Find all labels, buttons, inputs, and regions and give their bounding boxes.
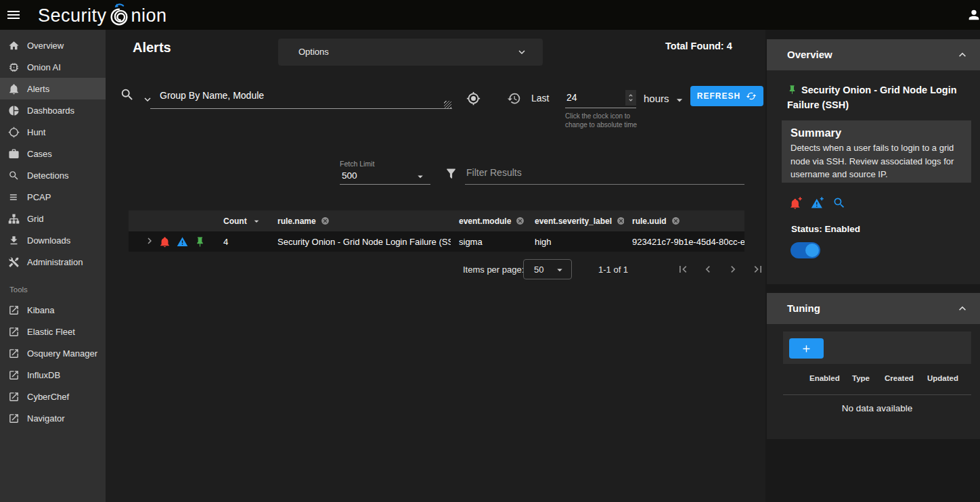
items-per-page-select[interactable]: 50 (523, 259, 572, 279)
expand-row-icon[interactable] (143, 235, 152, 247)
time-amount-field[interactable]: 24 (565, 88, 636, 108)
column-header-rule-uuid[interactable]: rule.uuid (624, 216, 744, 226)
external-link-icon (8, 391, 20, 403)
sidebar-item-hunt[interactable]: Hunt (0, 121, 106, 143)
rule-action-buttons (789, 196, 846, 210)
overview-card-header[interactable]: Overview (767, 39, 980, 70)
warning-triangle-icon[interactable] (177, 236, 188, 248)
time-history-icon[interactable] (507, 91, 521, 106)
rule-title: Security Onion - Grid Node Login Failure… (787, 83, 964, 112)
sidebar-item-cyberchef[interactable]: CyberChef (0, 386, 106, 407)
last-page-icon[interactable] (751, 263, 765, 276)
remove-column-icon[interactable] (617, 216, 624, 225)
query-input[interactable] (150, 87, 452, 109)
download-icon (8, 235, 20, 246)
plus-icon (801, 343, 812, 355)
logo-text-part1: Security (38, 5, 107, 26)
sidebar-item-elastic-fleet[interactable]: Elastic Fleet (0, 321, 106, 342)
chevron-up-icon[interactable] (956, 302, 969, 315)
sidebar-item-detections[interactable]: Detections (0, 164, 106, 186)
menu-icon[interactable] (5, 7, 22, 23)
hunt-search-icon[interactable] (832, 196, 846, 210)
table-header-row: Count rule.name event.module event.sever… (129, 210, 744, 231)
cell-count: 4 (215, 237, 269, 247)
external-link-icon (8, 348, 20, 359)
column-header-severity[interactable]: event.severity_label (527, 216, 624, 226)
add-alert-bell-icon[interactable] (789, 196, 803, 210)
sidebar-item-grid[interactable]: Grid (0, 208, 106, 229)
time-amount-value: 24 (566, 92, 577, 103)
sidebar-item-downloads[interactable]: Downloads (0, 229, 106, 251)
textarea-resize-handle[interactable] (444, 101, 451, 108)
tuning-card: Tuning Enabled Type Created Updated No d… (767, 293, 980, 439)
remove-column-icon[interactable] (671, 216, 680, 225)
first-page-icon[interactable] (676, 263, 690, 276)
fetch-limit-select[interactable]: 500 (340, 168, 430, 185)
time-unit-dropdown-icon[interactable] (673, 93, 686, 107)
refresh-icon (746, 91, 757, 101)
sidebar-item-administration[interactable]: Administration (0, 251, 106, 273)
time-last-label: Last (531, 93, 549, 104)
sidebar-item-dashboards[interactable]: Dashboards (0, 99, 106, 121)
main-content: Alerts Options Total Found:4 Last 24 Cli… (106, 30, 765, 502)
total-found: Total Found:4 (665, 41, 732, 51)
sidebar-item-overview[interactable]: Overview (0, 35, 106, 56)
sitemap-icon (8, 213, 20, 225)
total-found-value: 4 (727, 41, 732, 51)
next-page-icon[interactable] (726, 263, 740, 276)
pin-icon[interactable] (194, 236, 206, 248)
tuning-card-header[interactable]: Tuning (767, 293, 980, 324)
refresh-button[interactable]: REFRESH (690, 86, 763, 106)
toggle-knob (805, 244, 819, 257)
user-account-icon[interactable] (966, 7, 980, 22)
time-unit-select[interactable]: hours (644, 93, 669, 104)
time-hint-text: Click the clock icon to change to absolu… (565, 112, 641, 129)
dropdown-arrow-icon (554, 264, 566, 276)
page-title: Alerts (133, 40, 171, 55)
prev-page-icon[interactable] (701, 263, 715, 276)
app-logo[interactable]: Security nion (38, 2, 167, 29)
column-header-rule-name[interactable]: rule.name (269, 216, 451, 226)
sidebar-item-influxdb[interactable]: InfluxDB (0, 364, 106, 386)
sidebar-item-kibana[interactable]: Kibana (0, 299, 106, 321)
search-icon (8, 170, 20, 181)
cell-event-module: sigma (451, 237, 527, 247)
no-data-label: No data available (783, 403, 971, 413)
sidebar-item-alerts[interactable]: Alerts (0, 78, 106, 99)
logo-text-part2: nion (131, 5, 167, 26)
alerts-table: Count rule.name event.module event.sever… (129, 210, 744, 252)
chevron-up-icon[interactable] (956, 48, 969, 62)
column-header-event-module[interactable]: event.module (451, 216, 527, 226)
sidebar-item-cases[interactable]: Cases (0, 143, 106, 164)
external-link-icon (8, 326, 20, 338)
tuning-toolbar (783, 332, 971, 364)
status-toggle[interactable] (790, 242, 820, 258)
search-icon (120, 87, 135, 102)
sort-desc-icon[interactable] (251, 216, 262, 227)
alert-bell-icon[interactable] (159, 236, 171, 248)
onion-logo-icon (108, 2, 131, 29)
cell-severity: high (527, 237, 624, 247)
column-header-count[interactable]: Count (215, 216, 269, 227)
filter-results-input[interactable] (465, 164, 744, 185)
sidebar-item-onion-ai[interactable]: Onion AI (0, 56, 106, 78)
external-link-icon (8, 369, 20, 381)
quick-action-crosshair-icon[interactable] (466, 91, 481, 106)
summary-text: Detects when a user fails to login to a … (790, 141, 962, 181)
remove-column-icon[interactable] (321, 216, 330, 225)
number-spinner-icon[interactable] (625, 90, 636, 106)
sidebar-item-pcap[interactable]: PCAP (0, 186, 106, 208)
sidebar-item-osquery-manager[interactable]: Osquery Manager (0, 342, 106, 364)
status-label: Status: Enabled (791, 224, 860, 234)
add-warning-icon[interactable] (811, 196, 824, 210)
table-row[interactable]: 4 Security Onion - Grid Node Login Failu… (129, 231, 744, 252)
overview-card: Overview Security Onion - Grid Node Logi… (767, 39, 980, 284)
options-expander[interactable]: Options (278, 39, 543, 66)
external-link-icon (8, 304, 20, 316)
remove-column-icon[interactable] (516, 216, 525, 225)
page-range-label: 1-1 of 1 (598, 265, 628, 275)
sidebar-item-navigator[interactable]: Navigator (0, 407, 106, 429)
cell-rule-name: Security Onion - Grid Node Login Failure… (269, 237, 451, 247)
tools-section-label: Tools (9, 286, 28, 294)
add-tuning-button[interactable] (789, 338, 824, 359)
